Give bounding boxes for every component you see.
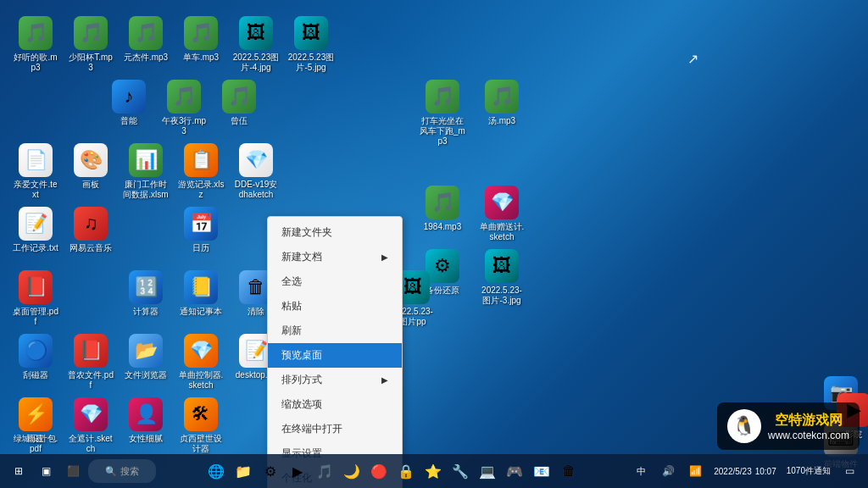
icon-image: 💎 bbox=[74, 397, 108, 431]
show-desktop-button[interactable]: ⬛ bbox=[61, 459, 85, 483]
icon-label: 单曲赠送计.sketch bbox=[478, 222, 526, 242]
menu-item-5[interactable]: 预览桌面 bbox=[268, 343, 402, 368]
desktop-icon-icon37[interactable]: 👤 女性细腻 bbox=[119, 394, 173, 447]
desktop-icon-icon2[interactable]: 🎵 少阳杯T.mp3 bbox=[64, 13, 118, 76]
icon-label: 汤.mp3 bbox=[488, 116, 515, 126]
icon-image: 📕 bbox=[74, 334, 108, 368]
volume-button[interactable]: 🔊 bbox=[656, 459, 680, 483]
desktop-icon-icon17[interactable]: 📝 工作记录.txt bbox=[8, 203, 63, 257]
icon-image: 🎵 bbox=[426, 186, 459, 219]
desktop-icon-icon9[interactable]: 🎵 曾伍 bbox=[212, 76, 266, 130]
icon-label: 网易云音乐 bbox=[70, 243, 112, 253]
menu-item-6[interactable]: 排列方式▶ bbox=[268, 368, 402, 392]
icon-label: 桌面管理.pdf bbox=[12, 307, 59, 327]
taskbar-app-12[interactable]: 📧 bbox=[530, 459, 554, 483]
icon-label: 普农文件.pdf bbox=[67, 370, 114, 391]
desktop-icon-icon26[interactable]: 📒 通知记事本 bbox=[174, 267, 228, 320]
show-desktop-btn2[interactable]: ▭ bbox=[837, 459, 861, 483]
menu-item-7[interactable]: 缩放选项 bbox=[268, 392, 402, 417]
menu-item-3[interactable]: 粘贴 bbox=[268, 294, 402, 319]
icon-label: 好听的歌.mp3 bbox=[12, 53, 59, 73]
desktop-icon-icon20[interactable]: 🎵 1984.mp3 bbox=[415, 182, 470, 236]
desktop-icon-icon21[interactable]: 💎 单曲赠送计.sketch bbox=[475, 182, 529, 246]
icon-image: 🛠 bbox=[184, 397, 218, 431]
language-indicator[interactable]: 中 bbox=[629, 459, 653, 483]
desktop-icon-icon13[interactable]: 🎨 画板 bbox=[64, 140, 118, 193]
taskbar-app-2[interactable]: ⚙ bbox=[259, 459, 282, 483]
desktop-icon-icon31[interactable]: 📕 普农文件.pdf bbox=[64, 330, 118, 394]
icon-image: 📒 bbox=[184, 270, 218, 304]
menu-item-1[interactable]: 新建文档▶ bbox=[268, 245, 402, 269]
desktop-icon-icon8[interactable]: 🎵 午夜3行.mp3 bbox=[157, 76, 211, 140]
desktop-icon-icon3[interactable]: 🎵 元杰件.mp3 bbox=[119, 13, 173, 66]
icon-image: 🖼 bbox=[294, 16, 328, 50]
icon-image: 🔢 bbox=[129, 270, 163, 304]
time-text: 10:07 bbox=[755, 467, 776, 476]
network-button[interactable]: 📶 bbox=[683, 459, 707, 483]
icon-label: 日历 bbox=[192, 243, 209, 253]
icon-label: 通知记事本 bbox=[180, 307, 222, 317]
menu-item-2[interactable]: 全选 bbox=[268, 269, 402, 294]
icon-label: 曾伍 bbox=[231, 116, 248, 126]
icon-image: 🖼 bbox=[485, 249, 519, 283]
taskbar-app-13[interactable]: 🗑 bbox=[557, 459, 581, 483]
taskbar: ⊞ ▣ ⬛ 🔍搜索 🌐📁⚙▶🎵🌙🔴🔒⭐🔧💻🎮📧🗑 中 🔊 📶 2022/5/23… bbox=[0, 454, 868, 488]
datetime-display[interactable]: 2022/5/23 10:07 bbox=[710, 459, 780, 483]
icon-label: 画板 bbox=[82, 180, 99, 190]
desktop-icon-icon4[interactable]: 🎵 单车.mp3 bbox=[174, 13, 228, 66]
taskbar-app-5[interactable]: 🌙 bbox=[340, 459, 364, 483]
taskbar-app-7[interactable]: 🔒 bbox=[394, 459, 418, 483]
desktop-icon-icon1[interactable]: 🎵 好听的歌.mp3 bbox=[8, 13, 63, 76]
desktop-icon-icon23[interactable]: 🖼 2022.5.23-图片-3.jpg bbox=[475, 246, 529, 309]
taskbar-app-3[interactable]: ▶ bbox=[286, 459, 309, 483]
icon-image: 🎨 bbox=[74, 143, 108, 177]
desktop-icon-icon19[interactable]: 📅 日历 bbox=[174, 203, 228, 257]
icon-image: 📂 bbox=[129, 334, 163, 368]
start-button[interactable]: ⊞ bbox=[7, 459, 31, 483]
icon-label: 午夜3行.mp3 bbox=[160, 116, 208, 136]
desktop-icon-icon25[interactable]: 🔢 计算器 bbox=[119, 267, 173, 320]
desktop-icon-icon32[interactable]: 📂 文件浏览器 bbox=[119, 330, 173, 384]
icon-image: 🔵 bbox=[19, 334, 53, 368]
icon-image: 🎵 bbox=[19, 16, 53, 50]
taskbar-app-4[interactable]: 🎵 bbox=[313, 459, 337, 483]
taskview-button[interactable]: ▣ bbox=[34, 459, 58, 483]
taskbar-app-6[interactable]: 🔴 bbox=[367, 459, 391, 483]
icon-label: 清除 bbox=[248, 307, 264, 317]
taskbar-app-8[interactable]: ⭐ bbox=[421, 459, 445, 483]
menu-item-8[interactable]: 在终端中打开 bbox=[268, 417, 402, 441]
desktop-icon-icon18[interactable]: ♫ 网易云音乐 bbox=[64, 203, 118, 257]
menu-item-4[interactable]: 刷新 bbox=[268, 319, 402, 343]
desktop-icon-icon15[interactable]: 📋 游览记录.xlsz bbox=[174, 140, 228, 203]
desktop-icon-icon7[interactable]: ♪ 普能 bbox=[102, 76, 156, 130]
taskbar-app-9[interactable]: 🔧 bbox=[448, 459, 472, 483]
notification-count[interactable]: 1070件通知 bbox=[783, 459, 834, 483]
taskbar-app-11[interactable]: 🎮 bbox=[503, 459, 526, 483]
icon-label: DDE-v19安dhaketch bbox=[232, 180, 280, 200]
desktop-icon-icon12[interactable]: 📄 亲爱文件.text bbox=[8, 140, 63, 203]
icon-label: 女性细腻 bbox=[129, 434, 163, 444]
watermark-title: 空特游戏网 bbox=[768, 412, 849, 430]
taskbar-app-1[interactable]: 📁 bbox=[231, 459, 255, 483]
desktop-icon-icon14[interactable]: 📊 廉门工作时间数据.xlsm bbox=[119, 140, 173, 203]
desktop-icon-icon30[interactable]: 🔵 刮磁器 bbox=[8, 330, 63, 384]
desktop-icon-icon11[interactable]: 🎵 汤.mp3 bbox=[475, 76, 529, 130]
desktop-icon-icon24[interactable]: 📕 桌面管理.pdf bbox=[8, 267, 63, 330]
search-bar[interactable]: 🔍搜索 bbox=[88, 459, 156, 483]
menu-item-0[interactable]: 新建文件夹 bbox=[268, 220, 402, 245]
icon-label: 计算器 bbox=[133, 307, 159, 317]
menu-item-label: 粘贴 bbox=[281, 299, 302, 313]
desktop-icon-icon33[interactable]: 💎 单曲控制器.sketch bbox=[174, 330, 228, 394]
desktop-icon-icon38[interactable]: 🛠 贞西壁世设计器 bbox=[174, 394, 228, 458]
taskbar-app-0[interactable]: 🌐 bbox=[204, 459, 228, 483]
menu-item-label: 预览桌面 bbox=[281, 348, 322, 363]
desktop-icon-icon10[interactable]: 🎵 打车光坐在风车下跑_mp3 bbox=[415, 76, 470, 150]
desktop-icon-icon36[interactable]: 💎 全遮计.sketch bbox=[64, 394, 118, 458]
desktop-icon-icon6[interactable]: 🖼 2022.5.23图片-5.jpg bbox=[284, 13, 338, 76]
menu-item-label: 刷新 bbox=[281, 324, 302, 338]
desktop-icon-icon16[interactable]: 💎 DDE-v19安dhaketch bbox=[229, 140, 283, 203]
desktop-icon-icon39[interactable]: ⚡ 雨霆 bbox=[8, 394, 63, 447]
icon-image: 📝 bbox=[19, 207, 53, 241]
taskbar-app-10[interactable]: 💻 bbox=[476, 459, 499, 483]
desktop-icon-icon5[interactable]: 🖼 2022.5.23图片-4.jpg bbox=[229, 13, 283, 76]
